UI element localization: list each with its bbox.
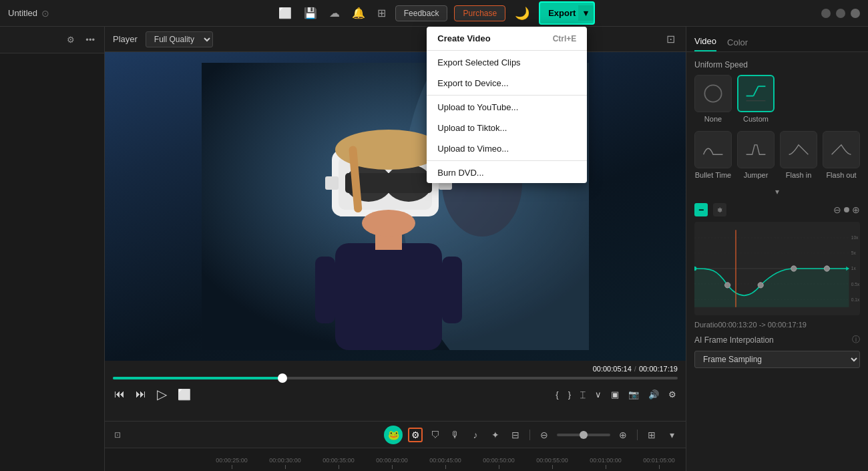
mark-out-button[interactable]: } xyxy=(567,388,572,401)
speed-preset-custom[interactable]: Custom xyxy=(737,75,775,123)
cloud-icon[interactable]: ☁ xyxy=(327,5,343,21)
more-arrow[interactable]: ▾ xyxy=(694,187,860,196)
export-selected-clips-item[interactable]: Export Selected Clips xyxy=(427,52,587,73)
purchase-button[interactable]: Purchase xyxy=(454,5,505,21)
zoom-out-icon[interactable]: ⊖ xyxy=(537,428,552,442)
player-area: Player Full Quality Half Quality ⊡ xyxy=(105,27,686,421)
svg-rect-6 xyxy=(442,257,462,323)
frog-icon[interactable]: 🐸 xyxy=(384,426,403,444)
play-button[interactable]: ▷ xyxy=(156,385,168,404)
timeline-area: ⊡ 🐸 ⚙ ⛉ 🎙 ♪ ✦ ⊟ ⊖ ⊕ ⊞ ▾ xyxy=(105,421,686,471)
monitor-icon[interactable]: ⬜ xyxy=(276,5,294,21)
export-button[interactable]: Export ▾ xyxy=(539,1,595,25)
sparkle-icon[interactable]: ✦ xyxy=(488,428,503,442)
upload-youtube-item[interactable]: Upload to YouTube... xyxy=(427,97,587,118)
player-controls: 00:00:05:14 / 00:00:17:19 ⏮ ⏭ ▷ ⬜ { } xyxy=(105,361,686,421)
burn-dvd-item[interactable]: Burn DVD... xyxy=(427,162,587,183)
mark-in-button[interactable]: { xyxy=(554,388,560,401)
clip-button[interactable]: ⌶ xyxy=(579,388,587,401)
quality-select[interactable]: Full Quality Half Quality xyxy=(146,31,213,47)
app-title: Untitled xyxy=(8,8,37,18)
more-options-icon[interactable]: ▾ xyxy=(664,428,679,442)
video-tab[interactable]: Video xyxy=(694,36,716,51)
fullscreen-icon[interactable]: ⊡ xyxy=(664,31,678,47)
stop-button[interactable]: ⬜ xyxy=(176,387,192,402)
progress-thumb xyxy=(278,373,287,383)
export-chevron: ▾ xyxy=(578,5,594,21)
minimize-button[interactable] xyxy=(821,9,831,18)
mic-icon[interactable]: 🎙 xyxy=(448,428,463,442)
create-video-shortcut: Ctrl+E xyxy=(553,34,577,43)
upload-tiktok-item[interactable]: Upload to Tiktok... xyxy=(427,118,587,138)
grid-view-icon[interactable]: ⊞ xyxy=(644,428,659,442)
ai-frame-info-icon[interactable]: ⓘ xyxy=(852,334,860,345)
left-sidebar: ⚙ ••• xyxy=(0,27,105,471)
save-icon[interactable]: 💾 xyxy=(301,5,320,21)
right-controls: { } ⌶ ∨ ▣ 📷 🔊 ⚙ xyxy=(554,388,678,401)
create-video-item[interactable]: Create Video Ctrl+E xyxy=(427,27,587,49)
settings-highlighted-icon[interactable]: ⚙ xyxy=(408,428,423,442)
theme-icon[interactable]: 🌙 xyxy=(512,5,532,22)
music-icon[interactable]: ♪ xyxy=(468,428,483,442)
speed-preset-jumper[interactable]: Jumper xyxy=(737,131,775,179)
svg-point-31 xyxy=(791,266,797,271)
upload-vimeo-item[interactable]: Upload to Vimeo... xyxy=(427,138,587,159)
speed-icon-flash-out xyxy=(823,131,860,168)
step-back-button[interactable]: ⏭ xyxy=(134,387,148,402)
export-device-item[interactable]: Export to Device... xyxy=(427,73,587,94)
shield-icon[interactable]: ⛉ xyxy=(428,428,443,442)
volume-btn[interactable]: 🔊 xyxy=(647,388,660,401)
settings-btn[interactable]: ⚙ xyxy=(667,388,678,401)
title-status-icon: ⊙ xyxy=(41,8,49,19)
speed-plus-icon[interactable]: ⊕ xyxy=(852,204,860,215)
svg-point-32 xyxy=(824,266,829,271)
upload-tiktok-label: Upload to Tiktok... xyxy=(437,123,507,133)
speed-minus-icon[interactable]: ⊖ xyxy=(833,204,841,215)
title-left: Untitled ⊙ xyxy=(8,8,49,19)
time-display: 00:00:05:14 / 00:00:17:19 xyxy=(113,365,678,373)
maximize-button[interactable] xyxy=(836,9,845,18)
duration-text: Duratio00:00:13:20 -> 00:00:17:19 xyxy=(694,321,860,329)
zoom-slider[interactable] xyxy=(557,434,610,436)
dropdown-divider-2 xyxy=(427,95,587,96)
tl-separator-2 xyxy=(637,430,638,440)
ruler-mark-100: 00:01:00:00 xyxy=(579,457,632,469)
camera-btn[interactable]: 📷 xyxy=(627,388,640,401)
svg-rect-5 xyxy=(315,257,335,323)
filter-icon[interactable]: ⚙ xyxy=(64,33,77,46)
down-arrow-btn[interactable]: ∨ xyxy=(594,388,603,401)
ai-frame-row: AI Frame Interpolation ⓘ xyxy=(694,334,860,345)
speed-preset-flash-out[interactable]: Flash out xyxy=(823,131,860,179)
progress-fill xyxy=(113,377,282,379)
frame-sampling-select[interactable]: Frame Sampling Frame Blending Optical Fl… xyxy=(694,351,860,368)
dropdown-divider-3 xyxy=(427,160,587,161)
feedback-button[interactable]: Feedback xyxy=(395,5,448,21)
right-content: Uniform Speed None xyxy=(686,52,868,471)
bell-icon[interactable]: 🔔 xyxy=(349,5,368,21)
ruler-mark-55: 00:00:55:00 xyxy=(525,457,579,469)
speed-toggle-minus[interactable]: − xyxy=(694,203,708,216)
upload-vimeo-label: Upload to Vimeo... xyxy=(437,144,509,154)
svg-text:1x: 1x xyxy=(851,266,857,271)
speed-preset-flash-in[interactable]: Flash in xyxy=(780,131,817,179)
zoom-fit-icon[interactable]: ⊡ xyxy=(112,429,124,441)
svg-point-29 xyxy=(724,283,730,288)
ruler-mark-25: 00:00:25:00 xyxy=(205,457,258,469)
grid-icon[interactable]: ⊞ xyxy=(375,5,389,21)
color-tab[interactable]: Color xyxy=(727,37,748,51)
caption-icon[interactable]: ⊟ xyxy=(508,428,523,442)
title-bar: Untitled ⊙ ⬜ 💾 ☁ 🔔 ⊞ Feedback Purchase 🌙… xyxy=(0,0,868,27)
right-panel: Video Color Uniform Speed None xyxy=(686,27,868,471)
close-button[interactable] xyxy=(851,9,860,18)
progress-bar[interactable] xyxy=(113,377,678,379)
speed-preset-bullet-time[interactable]: Bullet Time xyxy=(694,131,732,179)
speed-preset-none[interactable]: None xyxy=(694,75,732,123)
svg-point-18 xyxy=(704,85,721,102)
speed-icon-bullet-time xyxy=(694,131,732,168)
more-icon[interactable]: ••• xyxy=(83,33,97,46)
timeline-ruler: 00:00:25:00 00:00:30:00 00:00:35:00 00:0… xyxy=(105,448,686,471)
screen-btn[interactable]: ▣ xyxy=(610,388,620,401)
zoom-in-icon[interactable]: ⊕ xyxy=(616,428,630,442)
skip-back-button[interactable]: ⏮ xyxy=(113,387,126,402)
freeze-frame-button[interactable]: ❄ xyxy=(713,203,726,216)
